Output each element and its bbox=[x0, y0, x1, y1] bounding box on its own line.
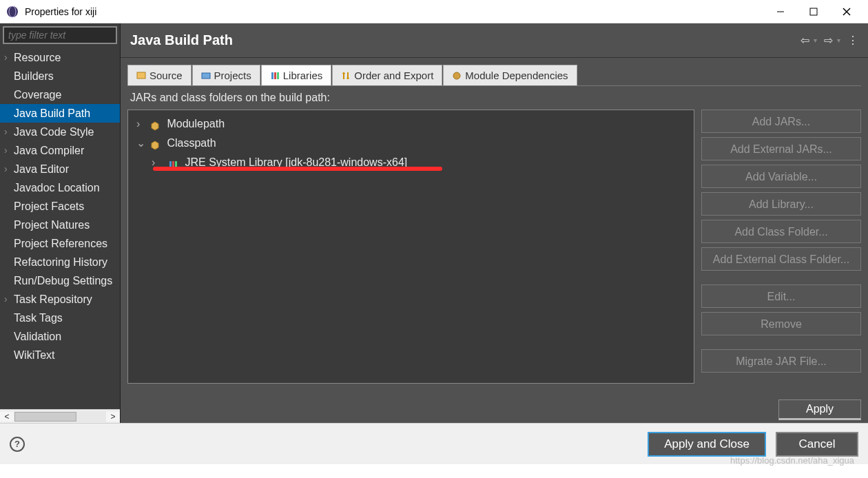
sidebar-hscrollbar[interactable]: < > bbox=[0, 409, 120, 423]
add-external-jars-button[interactable]: Add External JARs... bbox=[701, 137, 861, 160]
back-dropdown-icon[interactable]: ▾ bbox=[814, 37, 817, 44]
window-title: Properties for xiji bbox=[25, 6, 96, 17]
svg-rect-8 bbox=[271, 72, 273, 79]
sidebar-item-refactoring-history[interactable]: Refactoring History bbox=[0, 253, 120, 271]
sidebar-item-resource[interactable]: Resource bbox=[0, 48, 120, 67]
watermark: https://blog.csdn.net/aha_xigua bbox=[730, 455, 854, 466]
source-icon bbox=[136, 71, 146, 81]
sidebar-item-task-tags[interactable]: Task Tags bbox=[0, 309, 120, 327]
back-icon[interactable]: ⇦ bbox=[800, 34, 809, 47]
sidebar-tree: Resource Builders Coverage Java Build Pa… bbox=[0, 47, 120, 409]
sidebar-item-project-references[interactable]: Project References bbox=[0, 234, 120, 253]
forward-icon[interactable]: ⇨ bbox=[824, 34, 833, 47]
scroll-left-icon[interactable]: < bbox=[0, 412, 14, 422]
sidebar-item-java-build-path[interactable]: Java Build Path bbox=[0, 104, 120, 123]
tab-projects[interactable]: Projects bbox=[192, 65, 260, 85]
svg-rect-10 bbox=[277, 72, 279, 79]
add-library-button[interactable]: Add Library... bbox=[701, 192, 861, 216]
sidebar-item-project-natures[interactable]: Project Natures bbox=[0, 216, 120, 234]
minimize-button[interactable] bbox=[765, 1, 796, 22]
button-column: Add JARs... Add External JARs... Add Var… bbox=[701, 110, 861, 384]
tab-order-export[interactable]: Order and Export bbox=[332, 65, 442, 85]
content-panel: Java Build Path ⇦▾ ⇨▾ ⋮ Source Projects bbox=[121, 23, 868, 423]
sidebar-item-project-facets[interactable]: Project Facets bbox=[0, 197, 120, 216]
remove-button[interactable]: Remove bbox=[701, 312, 861, 335]
sidebar-item-wikitext[interactable]: WikiText bbox=[0, 346, 120, 364]
filter-input[interactable] bbox=[3, 26, 117, 44]
edit-button[interactable]: Edit... bbox=[701, 284, 861, 308]
content-header: Java Build Path ⇦▾ ⇨▾ ⋮ bbox=[121, 23, 868, 58]
tab-module-deps[interactable]: Module Dependencies bbox=[443, 65, 577, 85]
sidebar-item-java-code-style[interactable]: Java Code Style bbox=[0, 123, 120, 141]
module-deps-icon bbox=[452, 71, 462, 81]
classpath-tree[interactable]: Modulepath Classpath JRE System Library … bbox=[127, 110, 694, 384]
svg-rect-3 bbox=[810, 8, 817, 15]
sidebar-item-run-debug-settings[interactable]: Run/Debug Settings bbox=[0, 271, 120, 290]
projects-icon bbox=[201, 71, 211, 81]
tab-libraries[interactable]: Libraries bbox=[261, 65, 332, 85]
tab-label: Libraries bbox=[283, 70, 323, 81]
tab-source[interactable]: Source bbox=[127, 65, 192, 85]
tab-label: Source bbox=[149, 70, 183, 81]
help-icon[interactable]: ? bbox=[10, 437, 25, 452]
maximize-button[interactable] bbox=[798, 1, 829, 22]
apply-and-close-button[interactable]: Apply and Close bbox=[648, 432, 766, 457]
scroll-right-icon[interactable]: > bbox=[106, 412, 120, 422]
migrate-jar-button[interactable]: Migrate JAR File... bbox=[701, 349, 861, 373]
svg-rect-7 bbox=[202, 73, 210, 79]
add-variable-button[interactable]: Add Variable... bbox=[701, 165, 861, 188]
red-underline-annotation bbox=[153, 167, 442, 171]
tab-label: Projects bbox=[214, 70, 251, 81]
tree-item-classpath[interactable]: Classpath bbox=[134, 134, 688, 153]
libraries-icon bbox=[270, 71, 280, 81]
menu-icon[interactable]: ⋮ bbox=[847, 34, 858, 47]
tab-content: JARs and class folders on the build path… bbox=[127, 85, 861, 387]
sidebar-item-task-repository[interactable]: Task Repository bbox=[0, 290, 120, 309]
page-title: Java Build Path bbox=[130, 32, 233, 48]
tree-item-label: Modulepath bbox=[167, 118, 225, 129]
sidebar: Resource Builders Coverage Java Build Pa… bbox=[0, 23, 121, 423]
add-external-class-folder-button[interactable]: Add External Class Folder... bbox=[701, 247, 861, 271]
classpath-icon bbox=[150, 139, 160, 149]
tab-bar: Source Projects Libraries Order and Expo… bbox=[127, 65, 861, 85]
apply-button[interactable]: Apply bbox=[778, 399, 861, 420]
sidebar-item-coverage[interactable]: Coverage bbox=[0, 85, 120, 104]
sidebar-item-javadoc-location[interactable]: Javadoc Location bbox=[0, 178, 120, 197]
window-controls bbox=[765, 1, 862, 22]
svg-point-0 bbox=[7, 6, 18, 17]
tab-description: JARs and class folders on the build path… bbox=[127, 90, 861, 110]
titlebar: Properties for xiji bbox=[0, 0, 868, 23]
order-export-icon bbox=[341, 71, 351, 81]
sidebar-item-java-editor[interactable]: Java Editor bbox=[0, 160, 120, 178]
sidebar-item-java-compiler[interactable]: Java Compiler bbox=[0, 141, 120, 160]
add-jars-button[interactable]: Add JARs... bbox=[701, 110, 861, 133]
header-nav: ⇦▾ ⇨▾ ⋮ bbox=[800, 34, 858, 47]
forward-dropdown-icon[interactable]: ▾ bbox=[837, 37, 840, 44]
sidebar-item-validation[interactable]: Validation bbox=[0, 327, 120, 346]
eclipse-icon bbox=[6, 5, 19, 19]
module-icon bbox=[150, 120, 160, 129]
close-button[interactable] bbox=[831, 1, 862, 22]
tab-label: Order and Export bbox=[354, 70, 433, 81]
tab-label: Module Dependencies bbox=[465, 70, 568, 81]
add-class-folder-button[interactable]: Add Class Folder... bbox=[701, 220, 861, 243]
svg-point-11 bbox=[453, 72, 460, 79]
tree-item-modulepath[interactable]: Modulepath bbox=[134, 114, 688, 134]
svg-rect-6 bbox=[137, 72, 145, 79]
svg-rect-9 bbox=[274, 72, 276, 79]
tree-item-label: Classpath bbox=[167, 137, 216, 149]
sidebar-item-builders[interactable]: Builders bbox=[0, 67, 120, 85]
cancel-button[interactable]: Cancel bbox=[776, 432, 858, 457]
